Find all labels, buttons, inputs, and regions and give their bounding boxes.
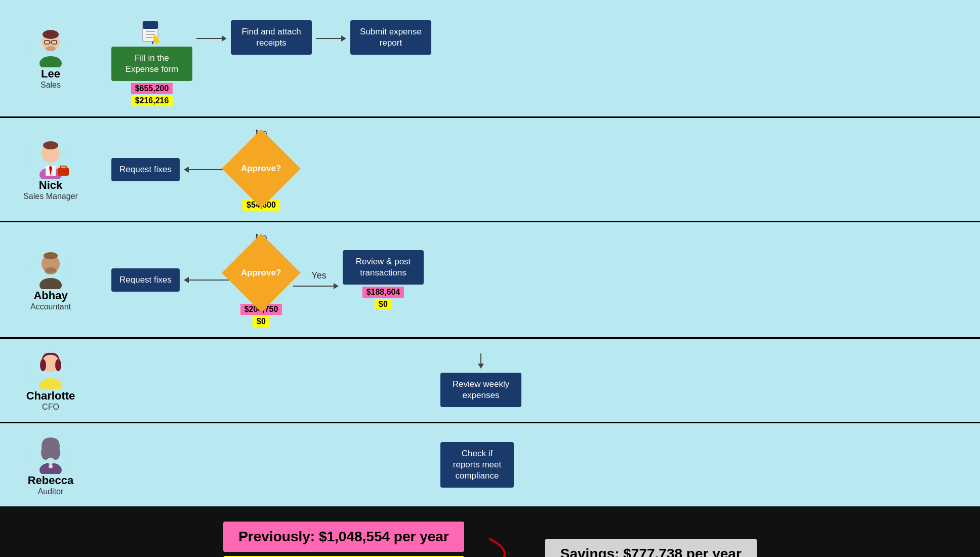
actor-charlotte: Charlotte CFO <box>0 344 101 417</box>
review-post-box: Review & post transactions <box>343 250 424 285</box>
swimlane-lee: Lee Sales Fill in the Expense form $655,… <box>0 0 980 118</box>
yes-label-abhay: Yes <box>311 270 326 281</box>
swimlane-nick: Nick Sales Manager Request fixes No Appr… <box>0 118 980 222</box>
actor-nick: Nick Sales Manager <box>0 133 101 206</box>
svg-rect-9 <box>143 21 158 29</box>
svg-point-39 <box>41 446 50 460</box>
request-fixes-nick-box: Request fixes <box>111 158 180 181</box>
svg-point-3 <box>43 30 59 39</box>
arrow-receipts-to-submit <box>316 35 346 42</box>
avatar-lee <box>30 27 71 67</box>
cost-fill-yellow: $216,216 <box>131 95 173 106</box>
actor-name-charlotte: Charlotte <box>26 389 75 403</box>
arrow-approve-abhay-no <box>184 277 229 283</box>
swimlane-rebecca: Rebecca Auditor Check if reports meet co… <box>0 423 980 506</box>
approve-abhay-diamond: Approve? <box>222 233 301 312</box>
avatar-abhay <box>30 249 71 289</box>
svg-point-7 <box>46 46 56 51</box>
avatar-nick <box>30 138 71 179</box>
svg-point-28 <box>45 267 57 274</box>
svg-point-40 <box>51 446 60 460</box>
savings-arrow <box>484 529 525 557</box>
svg-point-33 <box>55 359 61 371</box>
cost-review-post-pink: $188,604 <box>362 287 404 298</box>
review-weekly-box: Review weekly expenses <box>440 373 521 407</box>
flow-charlotte: Review weekly expenses <box>101 348 980 412</box>
summary-savings: Savings: $777,738 per year <box>545 539 757 557</box>
summary-previously: Previously: $1,048,554 per year <box>223 522 464 552</box>
fill-form-box: Fill in the Expense form <box>111 47 192 81</box>
arrow-fill-to-receipts <box>196 35 227 42</box>
actor-role-rebecca: Auditor <box>38 487 64 496</box>
document-icon <box>142 20 162 45</box>
flow-abhay: Request fixes No Approve? $204,750 $0 <box>101 227 980 332</box>
actor-abhay: Abhay Accountant <box>0 244 101 316</box>
check-compliance-box: Check if reports meet compliance <box>440 442 514 488</box>
swimlane-abhay: Abhay Accountant Request fixes No Approv… <box>0 222 980 339</box>
actor-name-lee: Lee <box>41 67 60 81</box>
flow-nick: Request fixes No Approve? $54,600 <box>101 123 980 216</box>
svg-point-27 <box>44 252 58 259</box>
svg-point-37 <box>49 464 53 468</box>
actor-rebecca: Rebecca Auditor <box>0 428 101 501</box>
approve-nick-diamond: Approve? <box>222 129 301 208</box>
svg-point-36 <box>49 461 53 465</box>
swimlane-charlotte: Charlotte CFO Review weekly expenses <box>0 339 980 423</box>
actor-name-abhay: Abhay <box>33 289 67 302</box>
bottom-bar: Previously: $1,048,554 per year New cost… <box>0 506 980 557</box>
avatar-charlotte <box>30 349 71 389</box>
avatar-rebecca <box>30 433 71 474</box>
submit-report-box: Submit expense report <box>350 20 431 55</box>
summary-stack: Previously: $1,048,554 per year New cost… <box>223 522 464 557</box>
actor-role-abhay: Accountant <box>30 302 71 311</box>
svg-point-20 <box>43 141 58 149</box>
actor-name-rebecca: Rebecca <box>28 474 74 487</box>
arrow-approve-abhay-yes <box>293 283 339 289</box>
actor-role-lee: Sales <box>40 81 61 90</box>
actor-role-nick: Sales Manager <box>23 192 78 201</box>
flow-rebecca: Check if reports meet compliance <box>101 437 980 493</box>
actor-role-charlotte: CFO <box>42 403 59 412</box>
find-receipts-box: Find and attach receipts <box>231 20 312 55</box>
cost-fill-pink: $655,200 <box>131 83 173 94</box>
actor-lee: Lee Sales <box>0 22 101 95</box>
cost-approve-abhay-yellow: $0 <box>253 316 270 327</box>
svg-point-32 <box>40 359 46 371</box>
actor-name-nick: Nick <box>39 179 62 192</box>
flow-lee: Fill in the Expense form $655,200 $216,2… <box>101 5 980 111</box>
request-fixes-abhay-box: Request fixes <box>111 268 180 292</box>
cost-review-post-yellow: $0 <box>375 299 392 310</box>
